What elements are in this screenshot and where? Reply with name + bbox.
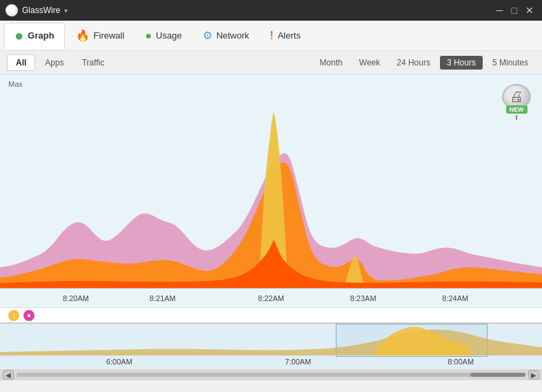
mini-time-labels: 6:00AM 7:00AM 8:00AM <box>0 355 542 368</box>
time-range-group: Month Week 24 Hours 3 Hours 5 Minutes <box>312 56 535 70</box>
chart-max-label: Max <box>8 80 23 88</box>
badge-pin <box>516 115 517 120</box>
time-24hours-button[interactable]: 24 Hours <box>390 56 437 70</box>
app-icon-app: ● <box>23 310 34 321</box>
network-icon: ⚙ <box>203 29 212 42</box>
app-icon-download: ↓ <box>8 310 19 321</box>
nav-item-firewall[interactable]: 🔥 Firewall <box>66 23 134 49</box>
mini-time-label-800: 8:00AM <box>448 358 474 366</box>
mini-time-label-600: 6:00AM <box>106 358 132 366</box>
mini-timeline: 6:00AM 7:00AM 8:00AM <box>0 322 542 369</box>
filter-traffic-button[interactable]: Traffic <box>74 54 113 71</box>
time-3hours-button[interactable]: 3 Hours <box>440 56 483 70</box>
filter-group: All Apps Traffic <box>7 54 312 71</box>
scroll-right-button[interactable]: ▶ <box>528 370 539 380</box>
nav-item-network[interactable]: ⚙ Network <box>193 23 259 49</box>
app-title: GlassWire <box>22 6 60 15</box>
filter-all-button[interactable]: All <box>7 54 35 71</box>
chart-svg <box>0 88 542 288</box>
firewall-icon: 🔥 <box>76 29 90 42</box>
time-label-820: 8:20AM <box>63 294 89 302</box>
time-label-823: 8:23AM <box>350 294 377 302</box>
scrollbar-area: ◀ ▶ <box>0 369 542 380</box>
time-label-821: 8:21AM <box>150 294 176 302</box>
printer-icon: 🖨 <box>510 89 523 105</box>
scrollbar-thumb[interactable] <box>470 373 525 377</box>
new-badge-label: NEW <box>506 105 528 114</box>
glasswire-logo <box>6 4 18 17</box>
app-icons-row: ↓ ● <box>0 307 542 322</box>
maximize-button[interactable]: □ <box>509 5 520 16</box>
scrollbar-track[interactable] <box>17 373 525 377</box>
window-controls: ─ □ ✕ <box>494 5 536 16</box>
nav-item-alerts[interactable]: ! Alerts <box>260 23 310 49</box>
alerts-icon: ! <box>270 30 273 42</box>
nav-item-usage[interactable]: ● Usage <box>135 23 191 49</box>
time-label-824: 8:24AM <box>442 294 468 302</box>
graph-icon: ● <box>14 27 23 45</box>
nav-bar: ● Graph 🔥 Firewall ● Usage ⚙ Network ! A… <box>0 21 542 51</box>
mini-timeline-svg <box>0 324 542 355</box>
title-chevron-icon[interactable]: ▾ <box>64 7 68 14</box>
nav-label-graph: Graph <box>28 30 54 41</box>
nav-label-firewall: Firewall <box>94 30 125 41</box>
title-bar-left: GlassWire ▾ <box>6 4 68 17</box>
new-badge[interactable]: 🖨 NEW <box>501 84 532 120</box>
title-bar: GlassWire ▾ ─ □ ✕ <box>0 0 542 21</box>
minimize-button[interactable]: ─ <box>494 5 506 16</box>
time-week-button[interactable]: Week <box>352 56 387 70</box>
time-5minutes-button[interactable]: 5 Minutes <box>485 56 535 70</box>
time-month-button[interactable]: Month <box>312 56 349 70</box>
close-button[interactable]: ✕ <box>523 5 536 16</box>
filter-apps-button[interactable]: Apps <box>37 54 72 71</box>
time-label-822: 8:22AM <box>258 294 284 302</box>
nav-label-usage: Usage <box>156 30 182 41</box>
usage-icon: ● <box>145 30 152 42</box>
scroll-left-button[interactable]: ◀ <box>3 370 14 380</box>
sub-nav: All Apps Traffic Month Week 24 Hours 3 H… <box>0 51 542 74</box>
nav-label-alerts: Alerts <box>278 30 301 41</box>
mini-time-label-700: 7:00AM <box>285 358 311 366</box>
time-axis: 8:20AM 8:21AM 8:22AM 8:23AM 8:24AM <box>0 288 542 307</box>
nav-item-graph[interactable]: ● Graph <box>4 23 65 49</box>
nav-label-network: Network <box>217 30 250 41</box>
chart-area: Max 🖨 NEW <box>0 74 542 288</box>
